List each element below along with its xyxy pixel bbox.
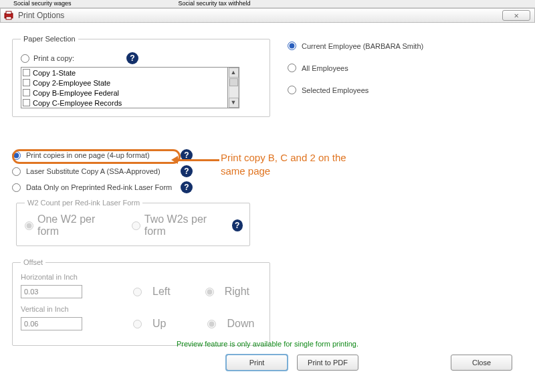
laser-sub-label: Laser Substitute Copy A (SSA-Approved) — [26, 167, 175, 175]
all-employees-label: All Employees — [302, 64, 348, 72]
list-item: Copy 1-State — [21, 68, 227, 78]
current-employee-radio[interactable] — [288, 41, 296, 50]
offset-left-label: Left — [152, 286, 171, 298]
w2-count-legend: W2 Count per Red-ink Laser Form — [25, 199, 142, 207]
scroll-thumb[interactable] — [229, 78, 238, 86]
close-button[interactable]: Close — [451, 355, 512, 371]
one-w2-radio — [25, 221, 33, 230]
help-icon[interactable]: ? — [181, 181, 193, 193]
selected-employees-radio[interactable] — [288, 86, 296, 94]
vertical-input — [21, 317, 82, 330]
horizontal-label: Horizontal in Inch — [21, 273, 263, 281]
offset-right-label: Right — [225, 286, 249, 298]
one-w2-label: One W2 per form — [37, 213, 112, 237]
four-up-radio[interactable] — [12, 151, 21, 160]
background-header-strip: Social security wages Social security ta… — [0, 0, 535, 8]
checkbox[interactable] — [23, 89, 30, 96]
preview-note: Preview feature is only available for si… — [0, 340, 535, 348]
offset-down-radio — [207, 320, 216, 328]
offset-group: Offset Horizontal in Inch Left Right Ver… — [12, 258, 270, 346]
listbox-scrollbar[interactable]: ▲ ▼ — [228, 67, 239, 108]
bg-field-1: Social security wages — [13, 0, 72, 7]
selected-employees-label: Selected Employees — [302, 86, 368, 94]
offset-up-radio — [133, 320, 142, 328]
print-a-copy-radio[interactable] — [21, 54, 29, 63]
printer-icon — [3, 10, 14, 21]
four-up-label: Print copies in one page (4-up format) — [26, 151, 175, 159]
list-item-label: Copy C-Employee Records — [33, 99, 122, 107]
scroll-track[interactable] — [229, 78, 239, 98]
offset-down-label: Down — [227, 318, 254, 330]
offset-left-radio — [133, 288, 142, 296]
data-only-radio[interactable] — [12, 183, 21, 192]
help-icon[interactable]: ? — [181, 165, 193, 177]
list-item-label: Copy 1-State — [33, 69, 76, 77]
print-a-copy-label: Print a copy: — [33, 54, 74, 62]
svg-rect-2 — [6, 17, 11, 19]
checkbox[interactable] — [23, 99, 30, 106]
annotation-arrow-line — [175, 159, 219, 161]
annotation-text: Print copy B, C and 2 on the same page — [221, 151, 368, 177]
annotation-arrow-head — [171, 156, 178, 164]
checkbox[interactable] — [23, 79, 30, 86]
copies-listbox[interactable]: Copy 1-State Copy 2-Employee State Copy … — [21, 67, 228, 108]
employee-scope-group: Current Employee (BARBARA Smith) All Emp… — [280, 41, 520, 94]
list-item-label: Copy 2-Employee State — [33, 79, 110, 87]
print-to-pdf-button[interactable]: Print to PDF — [297, 355, 358, 371]
w2-count-group: W2 Count per Red-ink Laser Form One W2 p… — [16, 199, 250, 246]
checkbox[interactable] — [23, 69, 30, 76]
list-item: Copy B-Employee Federal — [21, 88, 227, 98]
offset-up-label: Up — [152, 318, 166, 330]
window-close-button[interactable]: ⨉ — [502, 10, 530, 21]
help-icon[interactable]: ? — [126, 52, 138, 64]
list-item-label: Copy B-Employee Federal — [33, 89, 119, 97]
print-button[interactable]: Print — [226, 355, 288, 371]
offset-right-radio — [205, 288, 214, 296]
window-title: Print Options — [18, 11, 64, 20]
scroll-down-icon[interactable]: ▼ — [229, 98, 239, 108]
paper-selection-group: Paper Selection Print a copy: ? Copy 1-S… — [12, 35, 270, 117]
current-employee-label: Current Employee (BARBARA Smith) — [302, 42, 423, 50]
offset-legend: Offset — [21, 258, 45, 266]
laser-sub-radio[interactable] — [12, 167, 21, 176]
bg-field-2: Social security tax withheld — [179, 0, 251, 7]
vertical-label: Vertical in Inch — [21, 305, 263, 313]
paper-selection-legend: Paper Selection — [21, 35, 78, 43]
list-item: Copy 2-Employee State — [21, 78, 227, 88]
all-employees-radio[interactable] — [288, 64, 296, 72]
help-icon[interactable]: ? — [232, 219, 243, 231]
list-item: Copy C-Employee Records — [21, 98, 227, 108]
svg-rect-1 — [6, 11, 11, 14]
two-w2-label: Two W2s per form — [144, 213, 224, 237]
scroll-up-icon[interactable]: ▲ — [229, 68, 239, 78]
window-titlebar: Print Options ⨉ — [0, 8, 535, 23]
horizontal-input — [21, 285, 82, 298]
two-w2-radio — [132, 221, 140, 230]
data-only-label: Data Only on Preprinted Red-ink Laser Fo… — [26, 183, 175, 191]
